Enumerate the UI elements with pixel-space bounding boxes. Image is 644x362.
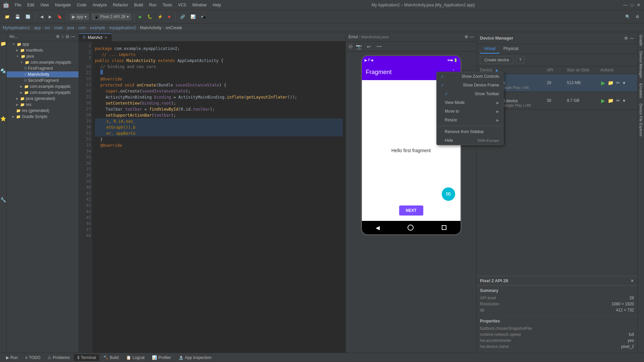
tree-item-com3[interactable]: ▶ 📁 com.example.myapplic: [7, 89, 78, 96]
run-config-dropdown[interactable]: ▶ app ▾: [70, 13, 89, 20]
device-folder-button-pixel4[interactable]: 📁: [607, 97, 614, 104]
breadcrumb-package[interactable]: myapplication2: [109, 25, 136, 30]
nav-back[interactable]: ◀: [376, 225, 380, 231]
project-panel-sort[interactable]: ↕: [61, 34, 64, 40]
device-more-button-pixel4[interactable]: ▾: [622, 97, 626, 104]
menu-build[interactable]: Build: [131, 2, 146, 8]
coverage-button[interactable]: 📊: [189, 13, 198, 20]
device-dropdown[interactable]: 📱 Pixel 2 API 28 ▾: [92, 13, 131, 20]
device-tab-physical[interactable]: Physical: [499, 44, 523, 54]
tree-item-java[interactable]: ▼ 📁 java: [7, 53, 78, 59]
breadcrumb-module[interactable]: app: [34, 25, 41, 30]
bottom-tab-problems[interactable]: ⚠ Problems: [44, 354, 73, 361]
toolbar-forward-btn[interactable]: ▶: [47, 13, 54, 20]
device-file-label[interactable]: Device File Explorer: [638, 101, 644, 139]
project-panel-gear[interactable]: ⚙: [55, 34, 60, 40]
breadcrumb-app[interactable]: MyApplication2: [3, 25, 30, 30]
profile-button[interactable]: ⚡: [156, 13, 165, 20]
nav-home[interactable]: [408, 225, 414, 231]
bottom-tab-appinspection[interactable]: 🔬 App Inspection: [175, 354, 215, 361]
menu-vcs[interactable]: VCS: [175, 2, 189, 8]
menu-run[interactable]: Run: [147, 2, 159, 8]
toolbar-bookmark-btn[interactable]: 🔖: [55, 13, 64, 20]
tree-item-com2[interactable]: ▶ 📁 com.example.myapplic: [7, 83, 78, 89]
breadcrumb-mainactivity[interactable]: MainActivity: [140, 25, 162, 30]
nav-recents[interactable]: [442, 225, 446, 230]
preview-close-icon[interactable]: —: [470, 35, 474, 39]
close-button[interactable]: ✕: [636, 2, 641, 8]
gradle-panel-label[interactable]: Gradle: [638, 32, 644, 49]
menu-window[interactable]: Window: [190, 2, 209, 8]
stop-button[interactable]: ■: [166, 13, 172, 20]
device-play-button-pixel4[interactable]: ▶: [600, 97, 606, 105]
breadcrumb-src[interactable]: src: [45, 25, 50, 30]
menu-view[interactable]: View: [38, 2, 52, 8]
editor-tab-mainactivity[interactable]: © MainAct ✕: [79, 34, 112, 41]
breadcrumb-oncreate[interactable]: onCreate: [166, 25, 182, 30]
bottom-tab-todo[interactable]: ≡ TODO: [22, 354, 44, 361]
menu-resize[interactable]: Resize: [437, 116, 503, 124]
settings-button[interactable]: ⚙: [634, 13, 641, 20]
tree-item-java-gen[interactable]: ▶ 📁 java (generated): [7, 96, 78, 102]
device-more-button-pixel2[interactable]: ▾: [622, 79, 626, 86]
device-panel-close[interactable]: —: [630, 36, 634, 41]
breadcrumb-example[interactable]: example: [90, 25, 105, 30]
toolbar-back-btn[interactable]: ◀: [38, 13, 45, 20]
tree-item-manifests[interactable]: ▶ 📁 manifests: [7, 47, 78, 53]
tree-item-com1[interactable]: ▼ 📁 com.example.myapplic: [7, 59, 78, 65]
debug-button[interactable]: 🐛: [145, 13, 154, 20]
device-play-button-pixel2[interactable]: ▶: [600, 79, 606, 87]
breadcrumb-java[interactable]: java: [67, 25, 74, 30]
bottom-tab-run[interactable]: ▶ Run: [3, 354, 21, 361]
toolbar-sync-btn[interactable]: 🔄: [23, 13, 33, 20]
structure-icon[interactable]: 🔩: [0, 61, 6, 81]
breadcrumb-main[interactable]: main: [54, 25, 63, 30]
next-button[interactable]: NEXT: [399, 205, 423, 216]
search-button[interactable]: 🔍: [623, 13, 632, 20]
project-panel-collapse[interactable]: ⊟: [65, 34, 70, 40]
menu-help[interactable]: Help: [210, 2, 224, 8]
favorites-icon[interactable]: ⭐: [0, 109, 6, 129]
create-device-button[interactable]: Create device: [480, 56, 514, 64]
menu-remove-sidebar[interactable]: Remove from Sidebar: [437, 127, 503, 136]
bottom-tab-profiler[interactable]: 📊 Profiler: [149, 354, 174, 361]
tree-item-res[interactable]: ▶ 📁 res: [7, 102, 78, 108]
emulator-label[interactable]: Emulator: [638, 81, 644, 101]
avd-button[interactable]: 📲: [199, 13, 208, 20]
maximize-button[interactable]: □: [629, 2, 635, 8]
project-icon[interactable]: 📁: [0, 34, 6, 54]
bottom-tab-logcat[interactable]: 📋 Logcat: [123, 354, 148, 361]
tree-item-mainactivity[interactable]: © MainActivity: [7, 71, 78, 77]
more-button[interactable]: ⋯: [374, 42, 384, 51]
run-button[interactable]: ▶: [137, 13, 144, 20]
bottom-tab-terminal[interactable]: $ Terminal: [74, 354, 99, 361]
tree-item-firstfragment[interactable]: © FirstFragment: [7, 65, 78, 71]
menu-refactor[interactable]: Refactor: [110, 2, 131, 8]
device-edit-button-pixel2[interactable]: ✏: [615, 79, 621, 86]
menu-analyze[interactable]: Analyze: [90, 2, 110, 8]
device-panel-gear[interactable]: ⚙: [624, 36, 628, 41]
preview-settings-icon[interactable]: ⚙: [465, 35, 468, 39]
tree-item-app[interactable]: ▼ 📁 app: [7, 41, 78, 47]
tree-item-gradle[interactable]: ▶ 📁 Gradle Scripts: [7, 114, 78, 120]
menu-tools[interactable]: Tools: [160, 2, 175, 8]
project-panel-menu[interactable]: —: [70, 34, 76, 40]
minimize-button[interactable]: —: [623, 2, 628, 8]
device-edit-button-pixel4[interactable]: ✏: [615, 97, 621, 104]
code-area[interactable]: package com.example.myapplication2; // .…: [92, 42, 345, 353]
menu-navigate[interactable]: Navigate: [52, 2, 73, 8]
tree-item-secondfragment[interactable]: © SecondFragment: [7, 77, 78, 83]
refresh-button[interactable]: ↩: [365, 43, 373, 50]
menu-file[interactable]: File: [12, 2, 24, 8]
menu-show-toolbar[interactable]: ✓ Show Toolbar: [437, 89, 503, 98]
menu-move-to[interactable]: Move to: [437, 107, 503, 116]
device-help-button[interactable]: ?: [516, 56, 524, 64]
menu-view-mode[interactable]: View Mode: [437, 98, 503, 107]
toolbar-open-btn[interactable]: 📁: [3, 13, 12, 20]
menu-show-device-frame[interactable]: Show Device Frame: [437, 81, 503, 89]
menu-edit[interactable]: Edit: [24, 2, 37, 8]
device-manager-label[interactable]: Device Manager: [638, 49, 644, 81]
device-tab-virtual[interactable]: Virtual: [480, 44, 499, 54]
device-folder-button-pixel2[interactable]: 📁: [607, 79, 614, 86]
fab-button[interactable]: ✉: [442, 187, 455, 201]
